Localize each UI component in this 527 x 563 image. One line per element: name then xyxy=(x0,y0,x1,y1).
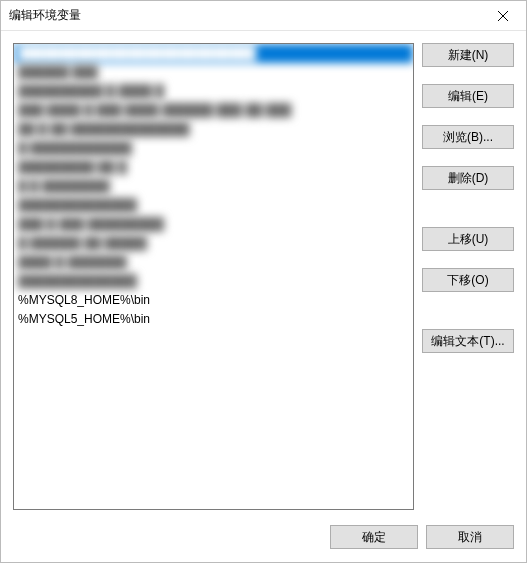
new-button[interactable]: 新建(N) xyxy=(422,43,514,67)
list-item[interactable]: ██████████ █ ████ █ xyxy=(14,82,413,101)
side-button-column: 新建(N) 编辑(E) 浏览(B)... 删除(D) 上移(U) 下移(O) 编… xyxy=(422,43,514,510)
browse-button[interactable]: 浏览(B)... xyxy=(422,125,514,149)
list-item[interactable]: █ ██████ ██ █████ xyxy=(14,234,413,253)
list-item[interactable]: █ █ ████████ xyxy=(14,177,413,196)
list-item[interactable]: %MYSQL5_HOME%\bin xyxy=(14,310,413,329)
spacer xyxy=(422,260,514,268)
list-item[interactable]: █ ████████████ xyxy=(14,139,413,158)
ok-button[interactable]: 确定 xyxy=(330,525,418,549)
spacer xyxy=(422,117,514,125)
footer-buttons: 确定 取消 xyxy=(13,510,514,550)
edit-text-button[interactable]: 编辑文本(T)... xyxy=(422,329,514,353)
main-area: ████████████████████████████ ██████ ███ … xyxy=(13,43,514,510)
list-item[interactable]: ██████████████ xyxy=(14,272,413,291)
list-item[interactable]: ████ █ ███████ xyxy=(14,253,413,272)
list-item[interactable]: ██████████████ xyxy=(14,196,413,215)
list-item[interactable]: ████████████████████████████ xyxy=(14,44,413,63)
spacer xyxy=(422,76,514,84)
move-down-button[interactable]: 下移(O) xyxy=(422,268,514,292)
path-list-inner: ████████████████████████████ ██████ ███ … xyxy=(14,44,413,509)
dialog-window: 编辑环境变量 ████████████████████████████ ████… xyxy=(0,0,527,563)
cancel-button[interactable]: 取消 xyxy=(426,525,514,549)
list-item[interactable]: ██████ ███ xyxy=(14,63,413,82)
delete-button[interactable]: 删除(D) xyxy=(422,166,514,190)
dialog-title: 编辑环境变量 xyxy=(9,7,81,24)
spacer xyxy=(422,158,514,166)
list-item[interactable]: ██ █ ██ ██████████████ xyxy=(14,120,413,139)
list-item[interactable]: %MYSQL8_HOME%\bin xyxy=(14,291,413,310)
list-item[interactable]: █████████ ██ █ xyxy=(14,158,413,177)
edit-button[interactable]: 编辑(E) xyxy=(422,84,514,108)
client-area: ████████████████████████████ ██████ ███ … xyxy=(1,31,526,562)
path-listbox[interactable]: ████████████████████████████ ██████ ███ … xyxy=(13,43,414,510)
close-button[interactable] xyxy=(480,1,526,31)
move-up-button[interactable]: 上移(U) xyxy=(422,227,514,251)
close-icon xyxy=(498,11,508,21)
spacer xyxy=(422,292,514,329)
list-item[interactable]: ███ █ ███ █████████ xyxy=(14,215,413,234)
titlebar: 编辑环境变量 xyxy=(1,1,526,31)
list-item[interactable]: ███ ████ █ ███ ████ ██████ ███ ██ ███ xyxy=(14,101,413,120)
spacer xyxy=(422,190,514,227)
